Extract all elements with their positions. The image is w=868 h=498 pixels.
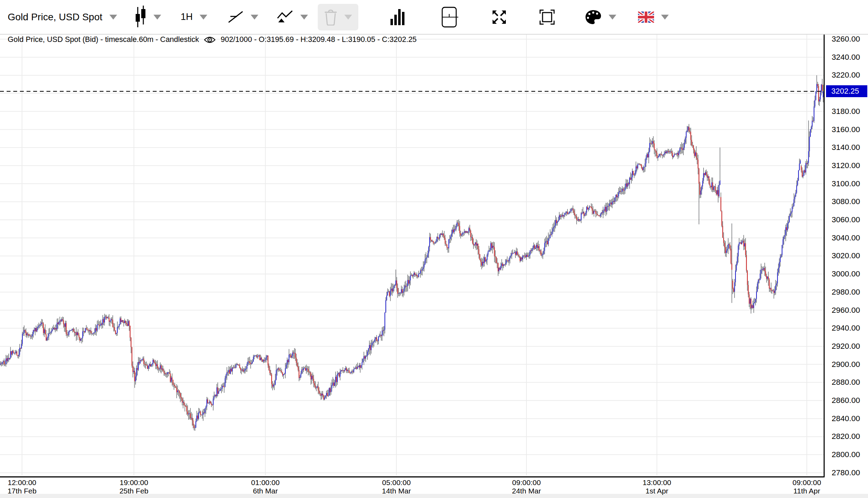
candle-body — [704, 173, 705, 175]
candle-body — [220, 389, 221, 391]
expand-view-button[interactable] — [491, 9, 507, 25]
candle-body — [357, 367, 358, 369]
candle-body — [807, 163, 808, 164]
candle-body — [617, 196, 618, 197]
fit-frame-icon — [539, 9, 555, 25]
symbol-selector[interactable]: Gold Price, USD Spot — [8, 12, 117, 23]
candle-body — [712, 182, 713, 190]
candle-body — [452, 230, 453, 234]
chevron-down-icon — [609, 15, 616, 20]
candle-body — [694, 150, 695, 156]
candle-body — [289, 355, 289, 362]
candle-body — [795, 193, 796, 196]
candle-body — [776, 283, 777, 286]
candle-body — [56, 328, 57, 330]
candle-body — [519, 256, 520, 261]
candle-body — [183, 402, 184, 403]
candle-body — [393, 288, 393, 291]
candle-body — [114, 327, 115, 330]
delete-drawings-button[interactable] — [318, 4, 358, 30]
candle-body — [174, 385, 174, 385]
candle-body — [568, 214, 569, 214]
chevron-down-icon — [344, 15, 352, 20]
candle-body — [775, 286, 776, 291]
chevron-down-icon — [153, 15, 161, 20]
candle-body — [28, 334, 29, 336]
candle-body — [116, 333, 117, 334]
price-axis[interactable]: 3202.25 3260.003240.003220.003200.003180… — [824, 35, 868, 477]
candle-body — [244, 370, 245, 371]
candle-body — [348, 370, 349, 370]
candle-body — [701, 186, 702, 190]
time-axis[interactable]: 12:00:0017th Feb19:00:0025th Feb01:00:00… — [0, 478, 824, 494]
candle-body — [287, 360, 287, 365]
candle-body — [672, 153, 673, 157]
candle-body — [60, 320, 61, 322]
candle-body — [275, 380, 275, 385]
candle-body — [121, 318, 121, 322]
candle-body — [592, 208, 593, 210]
candle-body — [35, 328, 36, 331]
candle-body — [756, 291, 757, 299]
candle-body — [572, 209, 572, 209]
candle-body — [498, 263, 498, 272]
candle-body — [521, 258, 521, 261]
candle-body — [442, 234, 443, 235]
candlestick-chart[interactable] — [0, 35, 824, 478]
chart-style-selector[interactable] — [135, 6, 161, 29]
candle-body — [38, 326, 39, 327]
candle-body — [435, 243, 436, 244]
timeframe-selector[interactable]: 1H — [181, 12, 208, 22]
candle-body — [457, 223, 457, 226]
candle-body — [67, 334, 67, 335]
candle-body — [290, 355, 291, 358]
language-selector[interactable] — [638, 12, 669, 23]
indicators-tool[interactable] — [277, 10, 308, 24]
candle-body — [554, 226, 555, 227]
candle-body — [25, 330, 26, 331]
candle-body — [531, 250, 531, 251]
candle-body — [298, 366, 299, 370]
candle-body — [3, 361, 3, 362]
candle-body — [760, 274, 760, 280]
price-tick-label: 3260.00 — [832, 35, 860, 44]
candle-body — [126, 323, 127, 324]
candle-body — [589, 207, 590, 208]
candle-body — [69, 331, 69, 335]
theme-palette-button[interactable] — [585, 9, 616, 25]
candle-body — [739, 243, 739, 246]
candle-body — [814, 106, 815, 121]
candle-body — [707, 175, 708, 178]
candle-body — [639, 164, 640, 164]
candle-body — [268, 355, 268, 365]
candle-body — [429, 237, 430, 247]
candle-body — [394, 286, 394, 288]
chevron-down-icon — [200, 15, 207, 20]
candle-body — [279, 368, 279, 370]
eye-icon[interactable] — [204, 36, 216, 44]
candle-body — [189, 413, 190, 414]
trend-line-tool[interactable] — [228, 9, 258, 25]
candle-body — [734, 282, 735, 292]
time-tick-label: 13:00:001st Apr — [625, 478, 688, 495]
candle-body — [718, 190, 718, 196]
split-pane-button[interactable] — [442, 7, 459, 28]
candle-body — [266, 357, 266, 360]
candle-body — [117, 327, 118, 333]
candle-body — [142, 359, 142, 360]
candle-body — [253, 357, 254, 362]
candle-body — [513, 253, 514, 253]
candle-body — [564, 215, 564, 216]
candle-body — [730, 245, 730, 249]
fit-frame-button[interactable] — [539, 9, 555, 25]
candle-body — [674, 154, 675, 156]
candle-body — [412, 275, 413, 276]
candle-body — [522, 258, 522, 259]
candle-body — [493, 246, 494, 247]
candle-body — [557, 222, 558, 223]
candle-body — [489, 250, 489, 252]
volume-toggle-button[interactable] — [390, 9, 405, 25]
price-tick-label: 2860.00 — [832, 396, 860, 405]
candle-body — [688, 127, 688, 130]
candle-body — [416, 275, 416, 275]
